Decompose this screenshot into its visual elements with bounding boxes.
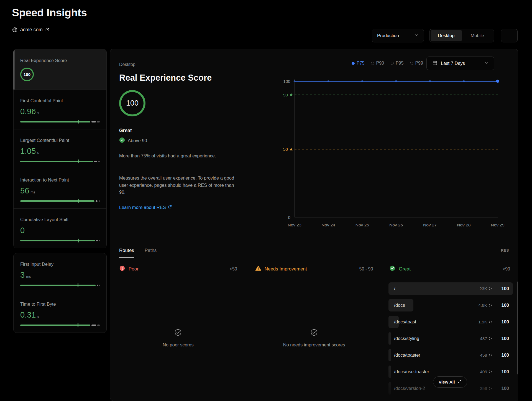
view-all-button[interactable]: View All [433,376,467,388]
metric-label: Largest Contentful Paint [20,138,100,143]
great-column-header: Great >90 [382,258,518,278]
criteria-text: Above 90 [128,138,147,143]
route-metrics: 409 100 [474,369,509,374]
metric-label: Time to First Byte [20,302,100,307]
metric-value-row: 56 ms [20,186,100,195]
needs-improvement-column-header: Needs Improvement 50 - 90 [246,258,382,278]
needs-improvement-empty-state: No needs improvement scores [246,329,382,348]
bar-good-segment [20,121,90,122]
device-toggle: DesktopMobile [429,29,494,42]
bar-good-segment [20,200,94,202]
metric-label: Cumulative Layout Shift [20,217,100,222]
bar-good-segment [20,325,90,326]
poor-empty-state: No poor scores [110,329,246,348]
sidebar-metric-item[interactable]: Largest Contentful Paint 1.05 s [14,129,106,169]
metric-threshold-bar [20,240,100,241]
metric-value-row: 1.05 s [20,147,100,156]
globe-icon [12,27,18,33]
route-row[interactable]: /docs 4.6K 100 [388,299,513,311]
route-row[interactable]: /docs/toast 1.9K 100 [388,316,513,328]
metrics-group-primary: Real Experience Score 100 First Contentf… [13,49,107,248]
metric-value: 0.96 [20,107,36,116]
route-metrics: 4.6K 100 [474,303,509,308]
metric-threshold-bar [20,200,100,202]
device-label: Desktop [119,62,135,67]
bar-poor-segment [97,121,100,122]
bar-poor-segment [99,200,100,202]
environment-select[interactable]: Production [372,29,424,42]
score-ring-small: 100 [20,68,34,81]
metric-threshold-bar [20,121,100,122]
device-option[interactable]: Desktop [431,30,462,41]
bar-good-segment [20,240,95,241]
route-row[interactable]: /docs/styling 487 100 [388,332,513,345]
route-score: 100 [500,319,509,325]
sidebar-metric-item[interactable]: First Contentful Paint 0.96 s [14,90,106,129]
metrics-group-secondary: First Input Delay 3 ms Time to First Byt… [13,253,107,333]
score-value: 100 [24,72,30,77]
external-link-icon [168,205,172,210]
more-options-button[interactable]: ··· [501,29,518,42]
needs-improvement-column: Needs Improvement 50 - 90 No needs impro… [246,258,382,401]
summary-highlight: More than 75% of visits had a great expe… [119,153,216,159]
route-visits: 409 [474,369,487,374]
metric-value: 3 [20,270,25,280]
route-name: /docs/use-toaster [394,369,429,374]
check-circle-outline-icon [310,329,318,337]
visitors-dots-icon [489,387,492,390]
metric-value-row: 3 ms [20,270,100,280]
warning-triangle-icon [255,265,261,273]
visitors-dots-icon [489,337,492,340]
expand-icon [457,380,461,385]
great-range: >90 [503,267,510,272]
route-name: /docs/version-2 [394,386,425,391]
poor-label: Poor [129,266,139,272]
learn-more-link[interactable]: Learn more about RES [119,205,172,210]
sidebar-metric-item[interactable]: Time to First Byte 0.31 s [14,293,106,333]
route-score: 100 [500,353,509,358]
route-visits: 459 [474,353,487,358]
sidebar-metric-item[interactable]: Cumulative Layout Shift 0 [14,208,106,248]
poor-column-header: Poor <50 [110,258,246,278]
route-metrics: 359 100 [474,386,509,391]
bar-mid-segment [91,121,96,122]
route-metrics: 23K 100 [474,286,509,291]
page-title: Speed Insights [12,7,87,19]
bar-mid-segment [96,200,98,202]
bar-value-marker [78,199,79,203]
route-visits: 487 [474,336,487,341]
svg-text:Nov 23: Nov 23 [288,223,301,227]
svg-text:90: 90 [283,93,288,97]
route-name: /docs/toaster [394,353,420,358]
rating-label: Great [119,128,132,134]
sidebar-metric-item[interactable]: First Input Delay 3 ms [14,253,106,293]
svg-text:0: 0 [288,215,290,220]
tab[interactable]: Routes [119,243,134,258]
bar-poor-segment [98,161,100,162]
route-traffic-bar [388,349,391,361]
tab[interactable]: Paths [145,243,157,258]
device-option[interactable]: Mobile [462,30,493,41]
site-link[interactable]: acme.com [12,27,49,33]
route-metrics: 487 100 [474,336,509,341]
bar-poor-segment [99,240,100,241]
route-row[interactable]: /docs/toaster 459 100 [388,349,513,361]
route-name: /docs/styling [394,336,419,341]
res-line-chart: 10009050Nov 23Nov 24Nov 25Nov 26Nov 27No… [277,60,521,232]
metric-value-row: 0.96 s [20,107,100,116]
svg-text:Nov 25: Nov 25 [355,223,369,227]
metric-unit: s [37,314,39,318]
environment-label: Production [377,33,399,38]
bar-mid-segment [97,285,98,286]
criteria-row: Above 90 [119,137,147,144]
metric-unit: s [37,111,39,115]
alert-circle-icon [119,265,125,273]
route-visits: 359 [474,386,487,391]
sidebar-item-real-experience-score[interactable]: Real Experience Score 100 [14,49,106,90]
route-list-scrollbar[interactable] [517,282,518,374]
route-row[interactable]: / 23K 100 [388,282,513,295]
visitors-dots-icon [489,320,492,324]
bar-poor-segment [99,285,100,286]
panel-title: Real Experience Score [119,73,212,83]
sidebar-metric-item[interactable]: Interaction to Next Paint 56 ms [14,169,106,208]
